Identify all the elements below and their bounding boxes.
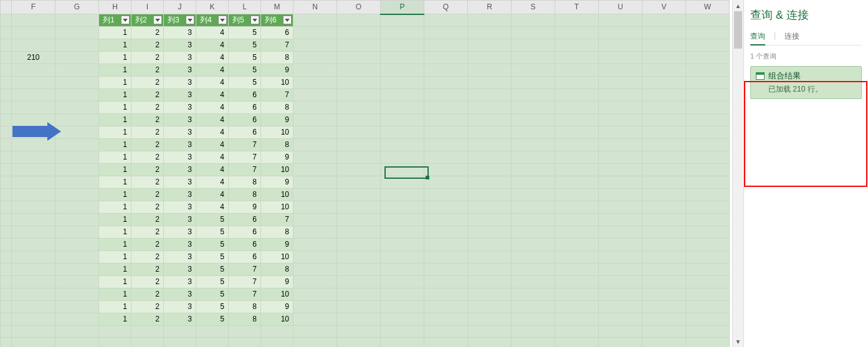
cell[interactable] [229, 338, 261, 348]
cell[interactable] [337, 64, 381, 77]
cell[interactable] [293, 338, 337, 348]
table-cell[interactable]: 1 [99, 251, 131, 264]
table-cell[interactable]: 4 [196, 77, 229, 89]
table-cell[interactable]: 5 [196, 239, 229, 251]
cell[interactable] [686, 89, 730, 102]
cell[interactable] [12, 338, 55, 348]
cell[interactable] [642, 89, 686, 102]
cell[interactable] [512, 114, 555, 126]
cell[interactable] [55, 77, 99, 89]
table-cell[interactable]: 1 [99, 151, 131, 164]
cell[interactable] [642, 64, 686, 77]
cell[interactable] [642, 214, 686, 226]
cell[interactable] [381, 239, 424, 251]
table-cell[interactable]: 4 [196, 176, 229, 189]
cell[interactable] [381, 338, 424, 348]
cell[interactable] [424, 338, 468, 348]
filter-dropdown-icon[interactable] [121, 16, 130, 24]
table-cell[interactable]: 2 [131, 288, 164, 301]
cell[interactable] [599, 201, 642, 214]
cell[interactable] [468, 189, 512, 201]
table-cell[interactable]: 4 [196, 164, 229, 176]
cell[interactable] [424, 14, 468, 27]
cell[interactable] [599, 14, 642, 27]
table-cell[interactable]: 1 [99, 288, 131, 301]
cell[interactable] [196, 326, 229, 338]
table-cell[interactable]: 5 [229, 27, 261, 39]
cell[interactable] [337, 214, 381, 226]
cell[interactable] [337, 126, 381, 139]
table-cell[interactable]: 9 [261, 239, 293, 251]
cell[interactable] [512, 77, 555, 89]
table-cell[interactable]: 1 [99, 276, 131, 288]
cell[interactable] [642, 313, 686, 326]
cell[interactable] [12, 301, 55, 313]
table-cell[interactable]: 2 [131, 27, 164, 39]
cell[interactable] [512, 276, 555, 288]
cell[interactable] [512, 176, 555, 189]
cell[interactable] [293, 77, 337, 89]
table-cell[interactable]: 10 [261, 201, 293, 214]
table-cell[interactable]: 1 [99, 102, 131, 114]
cell[interactable] [642, 264, 686, 276]
cell[interactable] [599, 39, 642, 52]
cell[interactable] [599, 239, 642, 251]
table-cell[interactable]: 2 [131, 139, 164, 151]
table-cell[interactable]: 5 [196, 313, 229, 326]
cell[interactable] [381, 126, 424, 139]
table-cell[interactable]: 2 [131, 39, 164, 52]
cell[interactable] [686, 264, 730, 276]
cell[interactable] [12, 102, 55, 114]
table-cell[interactable]: 2 [131, 189, 164, 201]
cell[interactable] [468, 201, 512, 214]
table-cell[interactable]: 9 [261, 64, 293, 77]
cell[interactable] [12, 176, 55, 189]
table-cell[interactable]: 2 [131, 126, 164, 139]
table-cell[interactable]: 7 [229, 164, 261, 176]
table-cell[interactable]: 5 [196, 214, 229, 226]
cell[interactable] [229, 326, 261, 338]
cell[interactable] [337, 338, 381, 348]
cell[interactable] [686, 39, 730, 52]
cell[interactable] [12, 226, 55, 239]
cell[interactable] [12, 288, 55, 301]
cell[interactable] [686, 102, 730, 114]
cell[interactable] [512, 201, 555, 214]
cell[interactable] [512, 251, 555, 264]
table-cell[interactable]: 3 [164, 313, 196, 326]
column-header-L[interactable]: L [229, 1, 261, 14]
table-cell[interactable]: 2 [131, 89, 164, 102]
cell[interactable] [642, 151, 686, 164]
cell[interactable] [512, 338, 555, 348]
cell[interactable] [555, 14, 599, 27]
table-cell[interactable]: 3 [164, 151, 196, 164]
table-cell[interactable]: 3 [164, 288, 196, 301]
table-cell[interactable]: 4 [196, 114, 229, 126]
cell[interactable] [599, 126, 642, 139]
cell[interactable] [381, 102, 424, 114]
cell[interactable] [424, 226, 468, 239]
cell[interactable] [686, 338, 730, 348]
cell[interactable] [424, 326, 468, 338]
column-header-F[interactable]: F [12, 1, 55, 14]
cell[interactable] [642, 126, 686, 139]
cell[interactable] [55, 239, 99, 251]
cell[interactable] [293, 102, 337, 114]
cell[interactable] [424, 201, 468, 214]
cell[interactable] [686, 176, 730, 189]
cell[interactable] [293, 151, 337, 164]
column-header-O[interactable]: O [337, 1, 381, 14]
table-cell[interactable]: 2 [131, 264, 164, 276]
table-cell[interactable]: 2 [131, 77, 164, 89]
scroll-track[interactable] [733, 11, 743, 336]
cell[interactable] [293, 201, 337, 214]
cell[interactable] [599, 338, 642, 348]
cell[interactable] [337, 176, 381, 189]
cell[interactable] [337, 201, 381, 214]
cell[interactable] [555, 89, 599, 102]
table-cell[interactable]: 3 [164, 89, 196, 102]
cell[interactable] [642, 276, 686, 288]
cell[interactable] [381, 201, 424, 214]
cell[interactable] [293, 251, 337, 264]
cell[interactable] [468, 139, 512, 151]
